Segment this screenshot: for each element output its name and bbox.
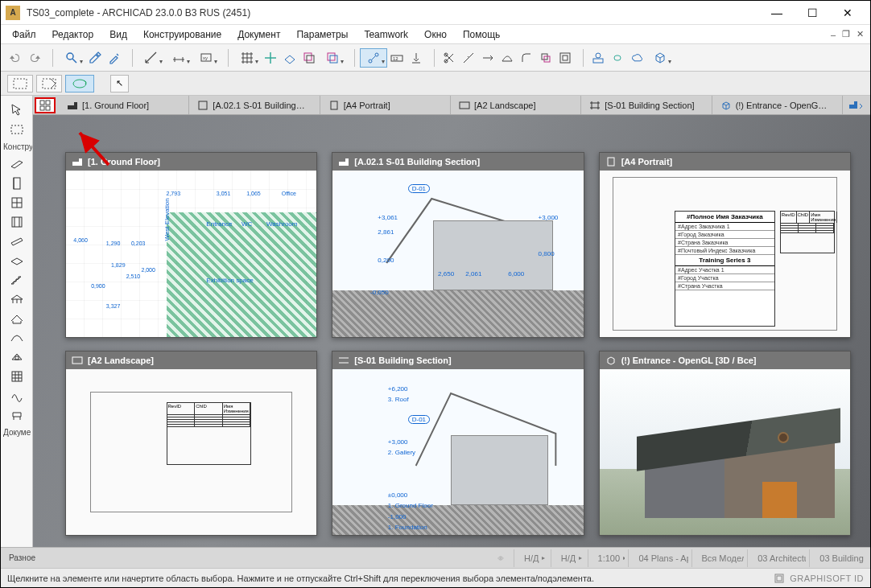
thumb-a2-landscape[interactable]: [A2 Landscape] RevIDChIDИмя Изменения bbox=[65, 351, 317, 537]
window-tool[interactable] bbox=[6, 193, 28, 212]
shell-tool[interactable] bbox=[6, 328, 28, 347]
thumb-s01-section[interactable]: [S-01 Building Section] D-01 +6,200 3. R… bbox=[332, 351, 584, 537]
mdi-restore-button[interactable]: ❐ bbox=[839, 29, 853, 39]
qo-layer-combo[interactable]: Н/Д▸ bbox=[514, 549, 547, 567]
menu-options[interactable]: Параметры bbox=[288, 27, 356, 43]
suspend-groups-button[interactable] bbox=[555, 48, 575, 68]
cloud-button[interactable] bbox=[627, 48, 646, 68]
trim-button[interactable] bbox=[440, 48, 459, 68]
resize-button[interactable] bbox=[536, 48, 555, 68]
door-tool[interactable] bbox=[6, 174, 28, 193]
curtain-wall-tool[interactable] bbox=[6, 367, 28, 386]
qo-dimensions[interactable]: 03 Building …▸ bbox=[809, 549, 865, 567]
plane-button[interactable] bbox=[280, 48, 299, 68]
window-close-button[interactable]: ✕ bbox=[830, 2, 865, 24]
eyedropper-button[interactable] bbox=[85, 48, 105, 68]
tab-a4-portrait[interactable]: [A4 Portrait] bbox=[320, 96, 451, 114]
menu-design[interactable]: Конструирование bbox=[135, 27, 229, 43]
morph-tool[interactable] bbox=[6, 386, 28, 405]
marquee-direction-button[interactable] bbox=[65, 75, 94, 93]
tab-list-button[interactable] bbox=[843, 100, 870, 111]
column-tool[interactable] bbox=[6, 212, 28, 232]
svg-rect-58 bbox=[40, 106, 44, 110]
mdi-close-button[interactable]: ✕ bbox=[853, 29, 867, 39]
3d-box-dropdown[interactable] bbox=[646, 48, 674, 68]
fillet-button[interactable] bbox=[517, 48, 536, 68]
window-minimize-button[interactable]: — bbox=[759, 2, 795, 24]
qo-partial-display[interactable]: 04 Plans - Ap…▸ bbox=[628, 549, 687, 567]
thumb-ground-floor[interactable]: [1. Ground Floor] Entrance WC Washroom E… bbox=[65, 152, 317, 338]
cursor-arrow-button[interactable]: ↖ bbox=[110, 75, 129, 93]
section-marker: D-01 bbox=[408, 415, 430, 424]
skylight-tool[interactable] bbox=[6, 347, 28, 367]
svg-rect-66 bbox=[854, 101, 857, 105]
menu-file[interactable]: Файл bbox=[4, 27, 44, 43]
svg-rect-42 bbox=[14, 178, 20, 189]
thumb-entrance-3d[interactable]: (!) Entrance - OpenGL [3D / Все] bbox=[599, 351, 851, 537]
svg-rect-36 bbox=[593, 59, 603, 63]
svg-rect-61 bbox=[74, 102, 77, 105]
split-button[interactable] bbox=[459, 48, 478, 68]
find-select-dropdown[interactable] bbox=[58, 48, 85, 68]
tab-entrance-3d[interactable]: (!) Entrance - OpenG… bbox=[712, 96, 843, 114]
redo-button[interactable] bbox=[25, 48, 44, 68]
slab-tool[interactable] bbox=[6, 251, 28, 270]
marquee-partial-button[interactable] bbox=[36, 75, 62, 93]
adjust-button[interactable] bbox=[478, 48, 497, 68]
cursor-arrow-icon: ↖ bbox=[116, 78, 123, 88]
roof-tool[interactable] bbox=[6, 309, 28, 328]
link-button[interactable] bbox=[608, 48, 627, 68]
menu-document[interactable]: Документ bbox=[229, 27, 288, 43]
wall-tool[interactable] bbox=[6, 154, 28, 174]
thumb-a4-portrait[interactable]: [A4 Portrait] #Полное Имя Заказчика #Адр… bbox=[599, 152, 851, 338]
undo-button[interactable] bbox=[6, 48, 25, 68]
graphisoft-id-button[interactable]: GRAPHISOFT ID bbox=[774, 573, 864, 584]
svg-line-1 bbox=[72, 59, 76, 63]
coords-dropdown[interactable]: xy bbox=[192, 48, 220, 68]
guideline-button[interactable] bbox=[261, 48, 280, 68]
railing-tool[interactable] bbox=[6, 290, 28, 309]
grid-snap-dropdown[interactable] bbox=[233, 48, 261, 68]
menu-teamwork[interactable]: Teamwork bbox=[356, 27, 416, 43]
stair-tool[interactable] bbox=[6, 270, 28, 290]
menu-editor[interactable]: Редактор bbox=[44, 27, 102, 43]
gravity-button[interactable] bbox=[407, 48, 426, 68]
object-tool[interactable] bbox=[6, 405, 28, 425]
tab-a021-section[interactable]: [A.02.1 S-01 Building… bbox=[189, 96, 320, 114]
show-selection-button[interactable] bbox=[588, 48, 608, 68]
syringe-button[interactable] bbox=[105, 48, 124, 68]
qo-layer[interactable]: Н/Д▸ bbox=[551, 549, 584, 567]
menu-help[interactable]: Помощь bbox=[455, 27, 508, 43]
trace-ref-dropdown[interactable] bbox=[319, 48, 346, 68]
thumb-title: [A4 Portrait] bbox=[621, 157, 673, 167]
dimension-dropdown[interactable] bbox=[165, 48, 192, 68]
svg-rect-59 bbox=[46, 106, 50, 110]
qo-scale[interactable]: 1:100▸ bbox=[588, 549, 625, 567]
toolbox-section-construct: Констру bbox=[1, 139, 32, 154]
qo-penset[interactable]: 03 Architectu…▸ bbox=[747, 549, 806, 567]
dim-input-button[interactable]: 12 bbox=[387, 48, 407, 68]
window-maximize-button[interactable]: ☐ bbox=[795, 2, 830, 24]
svg-rect-68 bbox=[72, 162, 82, 166]
thumb-a021-section[interactable]: [A.02.1 S-01 Building Section] D-01 +3,0… bbox=[332, 152, 584, 338]
marquee-dotted-button[interactable] bbox=[7, 75, 33, 93]
snap-config-dropdown[interactable] bbox=[360, 48, 387, 68]
marquee-tool[interactable] bbox=[6, 120, 28, 139]
titlebar: A TS03_complete - ARCHICAD 23.0.0 B3 RUS… bbox=[1, 1, 870, 25]
tab-label: [S-01 Building Section] bbox=[605, 101, 694, 110]
tab-overview-button[interactable] bbox=[35, 97, 56, 113]
svg-rect-72 bbox=[608, 158, 614, 166]
tab-s01-section[interactable]: [S-01 Building Section] bbox=[581, 96, 712, 114]
ruler-dropdown[interactable] bbox=[138, 48, 165, 68]
tab-ground-floor[interactable]: [1. Ground Floor] bbox=[59, 96, 189, 114]
arrow-tool[interactable] bbox=[6, 101, 28, 120]
intersect-button[interactable] bbox=[497, 48, 517, 68]
tab-a2-landscape[interactable]: [A2 Landscape] bbox=[451, 96, 581, 114]
trace-button[interactable] bbox=[299, 48, 319, 68]
qo-model-view[interactable]: Вся Модель▸ bbox=[691, 549, 745, 567]
mdi-minimize-button[interactable]: – bbox=[828, 30, 839, 39]
beam-tool[interactable] bbox=[6, 232, 28, 251]
menu-view[interactable]: Вид bbox=[101, 27, 135, 43]
menu-window[interactable]: Окно bbox=[416, 27, 455, 43]
qo-visibility[interactable] bbox=[491, 549, 510, 567]
